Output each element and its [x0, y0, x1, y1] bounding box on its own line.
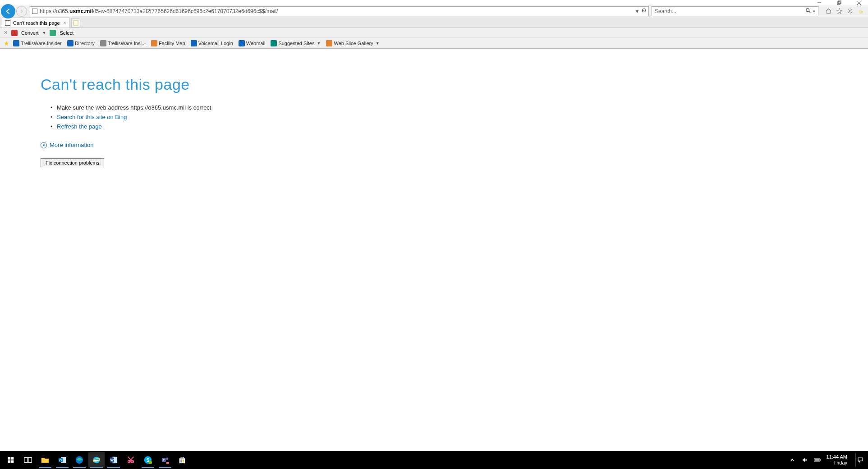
- favorite-link[interactable]: Voicemail Login: [189, 40, 235, 46]
- svg-line-6: [809, 11, 810, 12]
- convert-icon: [11, 30, 18, 36]
- window-close-button[interactable]: [854, 0, 864, 5]
- url-domain: usmc.mil: [69, 8, 93, 14]
- svg-rect-38: [180, 461, 182, 463]
- favorite-link[interactable]: Directory: [65, 40, 96, 46]
- svg-rect-10: [11, 457, 14, 460]
- select-label[interactable]: Select: [60, 30, 73, 36]
- favorites-bar: ★ TrellisWare InsiderDirectoryTrellisWar…: [0, 38, 868, 49]
- forward-button[interactable]: [16, 6, 27, 17]
- svg-rect-36: [180, 460, 182, 461]
- more-information-label: More information: [50, 142, 94, 148]
- favorite-label: Suggested Sites: [278, 41, 314, 46]
- convert-close-button[interactable]: ✕: [4, 30, 8, 36]
- svg-text:O: O: [60, 458, 62, 462]
- url-suffix: /f5-w-68747470733a2f2f7765626d61696c696c…: [93, 8, 278, 14]
- favorite-link[interactable]: Webmail: [237, 40, 267, 46]
- tab-close-button[interactable]: ×: [63, 20, 66, 26]
- svg-point-7: [849, 10, 851, 12]
- svg-rect-2: [838, 1, 841, 4]
- favorite-label: Webmail: [246, 41, 266, 46]
- outlook[interactable]: O: [54, 452, 70, 468]
- page-content: Can't reach this page Make sure the web …: [0, 49, 868, 167]
- svg-point-30: [149, 461, 152, 464]
- url-dropdown-icon[interactable]: ▾: [636, 8, 638, 14]
- search-box[interactable]: ▾: [652, 6, 818, 16]
- svg-text:9+: 9+: [166, 462, 169, 464]
- error-title: Can't reach this page: [41, 76, 868, 93]
- add-favorite-star-icon[interactable]: ★: [4, 40, 9, 47]
- teams[interactable]: T9+: [157, 452, 173, 468]
- feedback-smiley-icon[interactable]: ☺: [857, 8, 864, 15]
- window-minimize-button[interactable]: [814, 0, 825, 5]
- edge[interactable]: [71, 452, 87, 468]
- svg-text:W: W: [110, 458, 114, 462]
- skype[interactable]: S: [140, 452, 156, 468]
- tab-bar: Can't reach this page ×: [0, 17, 868, 28]
- search-dropdown-icon[interactable]: ▾: [813, 9, 815, 14]
- svg-text:T: T: [163, 458, 165, 462]
- running-indicator: [90, 467, 103, 468]
- fix-connection-button[interactable]: Fix connection problems: [41, 158, 104, 167]
- file-explorer[interactable]: [37, 452, 53, 468]
- running-indicator: [107, 467, 120, 468]
- address-bar[interactable]: https://o365.usmc.mil/f5-w-68747470733a2…: [30, 6, 649, 16]
- action-center-icon[interactable]: [855, 454, 864, 466]
- favorites-star-icon[interactable]: [836, 8, 843, 15]
- window-restore-button[interactable]: [834, 0, 845, 5]
- convert-label[interactable]: Convert: [21, 30, 39, 36]
- favorite-label: Voicemail Login: [198, 41, 233, 46]
- clock-day: Friday: [827, 460, 847, 466]
- favorite-link[interactable]: Facility Map: [149, 40, 187, 46]
- search-icon[interactable]: [805, 8, 811, 15]
- svg-rect-39: [183, 461, 184, 463]
- svg-rect-44: [815, 460, 819, 461]
- search-input[interactable]: [655, 8, 805, 14]
- svg-point-5: [806, 8, 809, 11]
- favorite-link[interactable]: Web Slice Gallery▼: [324, 40, 381, 46]
- error-line-check-address: Make sure the web address https://o365.u…: [51, 104, 868, 111]
- start-button[interactable]: [3, 452, 19, 468]
- task-view[interactable]: [20, 452, 36, 468]
- convert-dropdown-icon[interactable]: ▼: [42, 31, 46, 35]
- refresh-page-link[interactable]: Refresh the page: [57, 123, 102, 130]
- word[interactable]: W: [106, 452, 122, 468]
- new-tab-button[interactable]: [71, 18, 80, 28]
- taskbar-clock[interactable]: 11:44 AM Friday: [827, 454, 847, 466]
- favorite-icon: [100, 40, 106, 46]
- running-indicator: [159, 467, 171, 468]
- more-information-toggle[interactable]: ▾ More information: [41, 142, 868, 148]
- window-title-bar: [0, 0, 868, 5]
- tray-expand-icon[interactable]: [789, 456, 796, 464]
- chevron-down-icon[interactable]: ▼: [317, 41, 321, 46]
- favorite-label: Facility Map: [159, 41, 185, 46]
- volume-muted-icon[interactable]: [801, 456, 808, 464]
- chevron-down-icon[interactable]: ▼: [376, 41, 380, 46]
- favorite-link[interactable]: Suggested Sites▼: [269, 40, 322, 46]
- home-icon[interactable]: [825, 8, 832, 15]
- favorite-label: Directory: [75, 41, 95, 46]
- tools-gear-icon[interactable]: [846, 8, 854, 15]
- favorite-link[interactable]: TrellisWare Insi...: [98, 40, 147, 46]
- windows-taskbar: OWST9+ 11:44 AM Friday: [0, 451, 868, 469]
- svg-rect-9: [8, 457, 11, 460]
- favorite-icon: [271, 40, 277, 46]
- battery-icon[interactable]: [814, 456, 821, 464]
- favorite-icon: [67, 40, 73, 46]
- tab-page-icon: [5, 20, 10, 26]
- running-indicator: [39, 467, 51, 468]
- browser-tab[interactable]: Can't reach this page ×: [2, 18, 69, 28]
- clock-time: 11:44 AM: [827, 454, 847, 460]
- svg-rect-8: [73, 21, 78, 25]
- tab-title: Can't reach this page: [13, 20, 60, 26]
- back-button[interactable]: [1, 4, 15, 18]
- snip[interactable]: [123, 452, 139, 468]
- refresh-button[interactable]: [641, 8, 647, 14]
- svg-rect-37: [183, 460, 184, 461]
- internet-explorer[interactable]: [88, 452, 105, 468]
- svg-point-33: [166, 458, 168, 460]
- store[interactable]: [174, 452, 190, 468]
- favorite-link[interactable]: TrellisWare Insider: [11, 40, 64, 46]
- search-bing-link[interactable]: Search for this site on Bing: [57, 114, 127, 120]
- svg-rect-43: [820, 460, 820, 461]
